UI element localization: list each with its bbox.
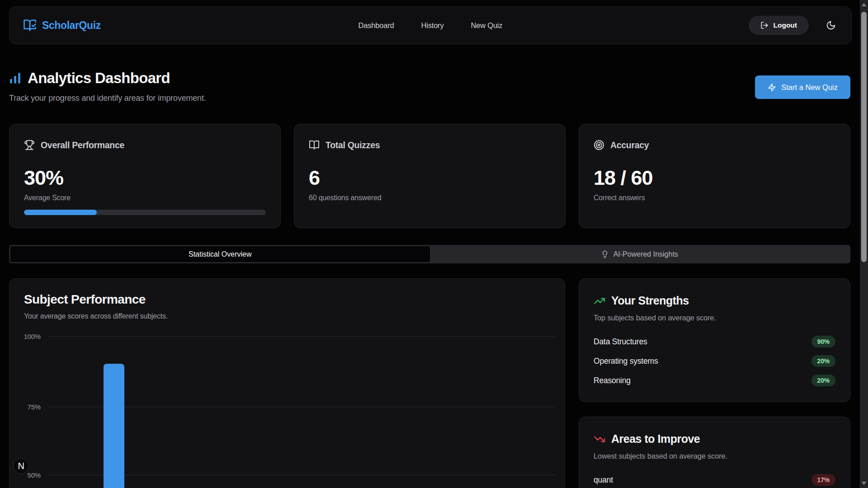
subject-label: quant bbox=[594, 475, 613, 485]
scroll-up-arrow-icon[interactable] bbox=[862, 3, 866, 6]
content-area: Subject Performance Your average scores … bbox=[9, 278, 850, 488]
strength-row: Operating systems 20% bbox=[594, 355, 835, 367]
book-open-icon bbox=[309, 140, 320, 150]
stat-value: 18 / 60 bbox=[594, 168, 835, 188]
trending-up-icon bbox=[594, 295, 605, 307]
improve-row: quant 17% bbox=[594, 474, 835, 486]
stat-caption: 60 questions answered bbox=[309, 194, 551, 202]
page-title: Analytics Dashboard bbox=[28, 70, 170, 87]
score-badge: 20% bbox=[811, 355, 835, 367]
your-strengths-card: Your Strengths Top subjects based on ave… bbox=[579, 278, 850, 402]
improve-subtitle: Lowest subjects based on average score. bbox=[594, 452, 835, 460]
chart-bar bbox=[104, 364, 124, 488]
page-header: Analytics Dashboard Track your progress … bbox=[9, 44, 852, 103]
trophy-icon bbox=[24, 140, 35, 150]
gridline-100 bbox=[48, 336, 556, 337]
stat-card-accuracy: Accuracy 18 / 60 Correct answers bbox=[579, 124, 850, 228]
subject-label: Data Structures bbox=[594, 337, 647, 347]
improve-title: Areas to Improve bbox=[611, 432, 700, 446]
brand-name: ScholarQuiz bbox=[42, 19, 101, 32]
insights-column: Your Strengths Top subjects based on ave… bbox=[579, 278, 850, 488]
page-subtitle: Track your progress and identify areas f… bbox=[9, 94, 852, 103]
stat-card-overall-performance: Overall Performance 30% Average Score bbox=[9, 124, 281, 228]
scrollbar-thumb[interactable] bbox=[861, 12, 867, 262]
stat-value: 30% bbox=[24, 168, 266, 188]
subject-label: Reasoning bbox=[594, 376, 631, 385]
bar-chart: 100% 75% 50% bbox=[9, 279, 565, 488]
nextjs-dev-badge[interactable]: N bbox=[13, 458, 29, 474]
strengths-title: Your Strengths bbox=[611, 294, 689, 307]
logout-button[interactable]: Logout bbox=[749, 16, 809, 35]
vertical-scrollbar[interactable] bbox=[860, 0, 868, 488]
zap-icon bbox=[768, 83, 776, 92]
tab-label: AI-Powered Insights bbox=[613, 250, 678, 258]
stat-title: Total Quizzes bbox=[326, 140, 380, 150]
main-nav: Dashboard History New Quiz bbox=[359, 21, 503, 30]
tab-label: Statistical Overview bbox=[189, 250, 252, 258]
score-badge: 90% bbox=[811, 336, 835, 347]
start-new-quiz-button[interactable]: Start a New Quiz bbox=[755, 75, 850, 99]
stat-value: 6 bbox=[309, 168, 551, 188]
stat-title: Overall Performance bbox=[41, 140, 124, 150]
log-out-icon bbox=[760, 21, 769, 29]
stat-caption: Average Score bbox=[24, 194, 266, 202]
ytick-75: 75% bbox=[9, 403, 41, 411]
nav-actions: Logout bbox=[749, 16, 838, 35]
score-badge: 20% bbox=[811, 375, 835, 386]
bar-chart-icon bbox=[9, 72, 21, 84]
progress-fill bbox=[24, 210, 97, 215]
tab-bar: Statistical Overview AI-Powered Insights bbox=[9, 245, 850, 263]
navbar: ScholarQuiz Dashboard History New Quiz L… bbox=[9, 6, 852, 44]
ytick-100: 100% bbox=[9, 333, 41, 340]
tab-ai-powered-insights[interactable]: AI-Powered Insights bbox=[430, 246, 849, 262]
stat-card-total-quizzes: Total Quizzes 6 60 questions answered bbox=[294, 124, 566, 228]
trending-down-icon bbox=[594, 433, 605, 445]
nav-item-history[interactable]: History bbox=[421, 21, 444, 30]
logout-label: Logout bbox=[773, 21, 797, 29]
strength-row: Reasoning 20% bbox=[594, 375, 835, 386]
stat-caption: Correct answers bbox=[594, 194, 835, 202]
nav-item-dashboard[interactable]: Dashboard bbox=[359, 21, 394, 30]
strength-row: Data Structures 90% bbox=[594, 336, 835, 347]
stat-title: Accuracy bbox=[610, 140, 649, 150]
nav-item-new-quiz[interactable]: New Quiz bbox=[471, 21, 502, 30]
areas-to-improve-card: Areas to Improve Lowest subjects based o… bbox=[579, 417, 850, 488]
strengths-subtitle: Top subjects based on average score. bbox=[594, 314, 835, 322]
brand-logo[interactable]: ScholarQuiz bbox=[23, 19, 101, 32]
subject-label: Operating systems bbox=[594, 357, 658, 366]
stats-row: Overall Performance 30% Average Score To… bbox=[9, 124, 850, 228]
scroll-down-arrow-icon[interactable] bbox=[862, 482, 866, 485]
average-score-progressbar bbox=[24, 210, 266, 215]
subject-performance-card: Subject Performance Your average scores … bbox=[9, 278, 565, 488]
book-open-check-icon bbox=[23, 19, 37, 32]
start-new-quiz-label: Start a New Quiz bbox=[781, 83, 838, 92]
target-icon bbox=[594, 140, 604, 150]
tab-statistical-overview[interactable]: Statistical Overview bbox=[10, 246, 430, 262]
lightbulb-icon bbox=[601, 250, 609, 258]
theme-toggle-button[interactable] bbox=[824, 19, 838, 32]
moon-icon bbox=[826, 20, 836, 30]
score-badge: 17% bbox=[811, 474, 835, 486]
